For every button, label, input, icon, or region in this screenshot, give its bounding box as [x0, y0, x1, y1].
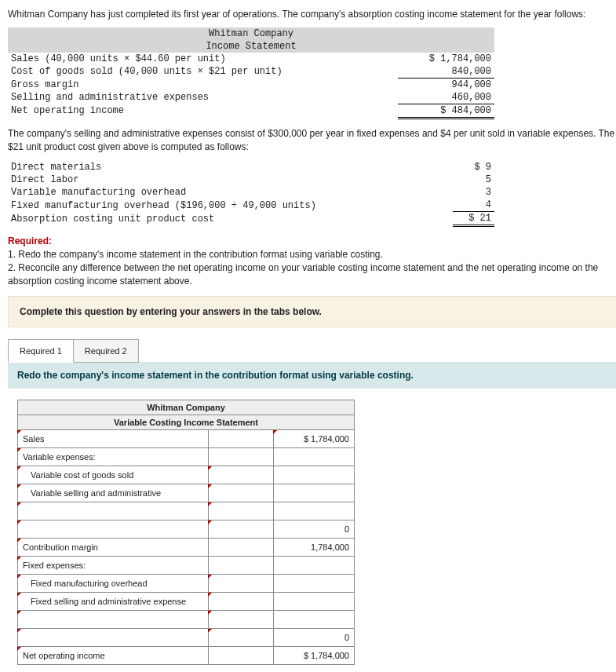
income-header-title: Income Statement [8, 40, 494, 53]
row-amount: 3 [453, 186, 494, 199]
blank-row-value[interactable] [274, 610, 355, 628]
row-amount: $ 9 [453, 161, 494, 173]
sales-label[interactable]: Sales [18, 429, 209, 447]
row-amount: $ 21 [453, 212, 494, 226]
tab-required-1[interactable]: Required 1 [8, 339, 74, 363]
noi-label[interactable]: Net operating income [18, 646, 209, 664]
row-label: Direct labor [8, 173, 453, 186]
income-header-company: Whitman Company [8, 27, 494, 40]
row-amount: $ 1,784,000 [398, 53, 494, 65]
row-label: Sales (40,000 units × $44.60 per unit) [8, 53, 398, 65]
subtotal-fixed-value[interactable]: 0 [274, 628, 355, 646]
vcogs-label[interactable]: Variable cost of goods sold [18, 466, 209, 484]
vcogs-input[interactable] [209, 466, 274, 484]
answer-table: Whitman Company Variable Costing Income … [17, 400, 355, 665]
subtotal-var-value[interactable]: 0 [274, 520, 355, 538]
blank-row-input[interactable] [209, 610, 274, 628]
answer-header-title: Variable Costing Income Statement [18, 415, 355, 429]
required-header: Required: [8, 236, 52, 247]
fsga-label[interactable]: Fixed selling and administrative expense [18, 592, 209, 610]
row-label: Cost of goods sold (40,000 units × $21 p… [8, 65, 398, 79]
paragraph-2: The company's selling and administrative… [8, 127, 616, 154]
intro-text: Whitman Company has just completed its f… [8, 8, 616, 21]
blank-row-input[interactable] [209, 520, 274, 538]
required-item-2: 2. Reconcile any difference between the … [8, 262, 598, 287]
variable-expenses-value[interactable] [274, 447, 355, 466]
row-label: Variable manufacturing overhead [8, 186, 453, 199]
contribution-margin-value[interactable]: 1,784,000 [274, 538, 355, 556]
fsga-input[interactable] [209, 592, 274, 610]
vsga-input[interactable] [209, 484, 274, 502]
row-amount: 460,000 [398, 91, 494, 104]
sales-input[interactable] [209, 429, 274, 447]
blank-row-input[interactable] [209, 628, 274, 646]
fmoh-value[interactable] [274, 574, 355, 592]
row-label: Gross margin [8, 78, 398, 91]
row-label: Net operating income [8, 104, 398, 118]
row-amount: $ 484,000 [398, 104, 494, 118]
row-label: Selling and administrative expenses [8, 91, 398, 104]
fmoh-label[interactable]: Fixed manufacturing overhead [18, 574, 209, 592]
row-label: Direct materials [8, 161, 453, 173]
row-amount: 4 [453, 199, 494, 212]
fixed-expenses-value[interactable] [274, 556, 355, 574]
blank-row-value[interactable] [274, 502, 355, 520]
vsga-label[interactable]: Variable selling and administrative [18, 484, 209, 502]
instruction-box: Complete this question by entering your … [8, 296, 616, 327]
vsga-value[interactable] [274, 484, 355, 502]
tab-prompt: Redo the company's income statement in t… [8, 362, 616, 389]
variable-expenses-input[interactable] [209, 447, 274, 466]
tab-required-2[interactable]: Required 2 [74, 339, 139, 363]
noi-value[interactable]: $ 1,784,000 [274, 646, 355, 664]
fixed-expenses-label[interactable]: Fixed expenses: [18, 556, 209, 574]
answer-header-company: Whitman Company [18, 400, 355, 415]
row-label: Absorption costing unit product cost [8, 212, 453, 226]
required-item-1: 1. Redo the company's income statement i… [8, 249, 383, 260]
fmoh-input[interactable] [209, 574, 274, 592]
vcogs-value[interactable] [274, 466, 355, 484]
fixed-expenses-input[interactable] [209, 556, 274, 574]
absorption-income-statement: Whitman Company Income Statement Sales (… [8, 27, 494, 119]
tabs: Required 1 Required 2 [8, 338, 616, 362]
blank-row-label[interactable] [18, 628, 209, 646]
unit-cost-table: Direct materials$ 9 Direct labor5 Variab… [8, 161, 494, 227]
blank-row-input[interactable] [209, 502, 274, 520]
sales-value[interactable]: $ 1,784,000 [274, 429, 355, 447]
blank-row-label[interactable] [18, 610, 209, 628]
fsga-value[interactable] [274, 592, 355, 610]
required-block: Required: 1. Redo the company's income s… [8, 235, 616, 287]
row-amount: 5 [453, 173, 494, 186]
noi-input[interactable] [209, 646, 274, 664]
variable-expenses-label[interactable]: Variable expenses: [18, 447, 209, 466]
contribution-margin-label[interactable]: Contribution margin [18, 538, 209, 556]
blank-row-label[interactable] [18, 520, 209, 538]
contribution-margin-input[interactable] [209, 538, 274, 556]
blank-row-label[interactable] [18, 502, 209, 520]
row-label: Fixed manufacturing overhead ($196,000 ÷… [8, 199, 453, 212]
row-amount: 944,000 [398, 78, 494, 91]
row-amount: 840,000 [398, 65, 494, 79]
